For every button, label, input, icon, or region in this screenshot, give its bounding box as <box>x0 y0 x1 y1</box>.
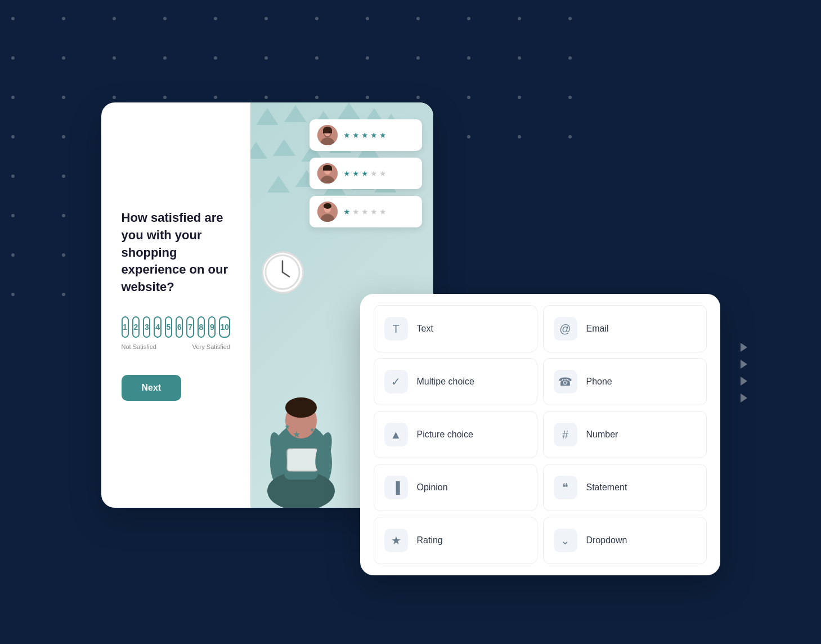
scale-label-right: Very Satisfied <box>192 343 230 350</box>
scale-btn-7[interactable]: 7 <box>186 316 194 338</box>
picture-choice-label: Picture choice <box>417 430 474 440</box>
question-types-card: TText@Email✓Multipe choice☎Phone▲Picture… <box>360 294 720 575</box>
email-label: Email <box>586 324 609 334</box>
scale-btn-9[interactable]: 9 <box>208 316 216 338</box>
svg-rect-39 <box>287 449 318 471</box>
stars-1: ★ ★ ★ ★ ★ <box>343 131 387 140</box>
svg-text:★: ★ <box>293 430 300 439</box>
avatar-1 <box>317 125 338 145</box>
text-label: Text <box>417 324 433 334</box>
statement-label: Statement <box>586 482 627 493</box>
rating-card-1: ★ ★ ★ ★ ★ <box>309 119 422 151</box>
svg-marker-3 <box>338 102 360 119</box>
dropdown-label: Dropdown <box>586 535 627 545</box>
picture-choice-icon: ▲ <box>384 423 408 446</box>
phone-icon: ☎ <box>554 370 577 393</box>
scale-btn-5[interactable]: 5 <box>165 316 172 338</box>
scale-btn-10[interactable]: 10 <box>219 316 230 338</box>
survey-form: How satisfied are you with your shopping… <box>101 102 251 508</box>
type-item-text[interactable]: TText <box>374 305 537 352</box>
svg-marker-0 <box>256 108 279 125</box>
svg-rect-26 <box>323 168 332 171</box>
svg-text:★: ★ <box>309 427 315 433</box>
text-icon: T <box>384 317 408 341</box>
svg-marker-5 <box>250 142 267 159</box>
dropdown-icon: ⌄ <box>554 529 577 552</box>
scale-numbers: 12345678910 <box>122 316 231 338</box>
arrow-4 <box>741 393 747 402</box>
rating-cards: ★ ★ ★ ★ ★ <box>309 119 422 227</box>
type-item-multiple-choice[interactable]: ✓Multipe choice <box>374 358 537 405</box>
stars-3: ★ ★ ★ ★ ★ <box>343 207 387 216</box>
arrow-3 <box>741 377 747 386</box>
arrow-indicators <box>741 343 747 402</box>
opinion-label: Opinion <box>417 482 448 493</box>
rating-card-2: ★ ★ ★ ★ ★ <box>309 158 422 189</box>
scale-btn-1[interactable]: 1 <box>122 316 129 338</box>
stars-2: ★ ★ ★ ★ ★ <box>343 169 387 178</box>
main-container: How satisfied are you with your shopping… <box>101 69 720 575</box>
type-item-email[interactable]: @Email <box>543 305 707 352</box>
statement-icon: ❝ <box>554 476 577 499</box>
avatar-2 <box>317 163 338 184</box>
svg-point-38 <box>285 397 317 418</box>
rating-label: Rating <box>417 535 443 545</box>
arrow-2 <box>741 360 747 369</box>
type-item-opinion[interactable]: ▐Opinion <box>374 464 537 511</box>
number-icon: # <box>554 423 577 446</box>
scale-btn-6[interactable]: 6 <box>176 316 183 338</box>
rating-icon: ★ <box>384 529 408 552</box>
type-item-number[interactable]: #Number <box>543 411 707 458</box>
svg-marker-1 <box>284 105 307 122</box>
email-icon: @ <box>554 317 577 341</box>
scale-btn-2[interactable]: 2 <box>132 316 140 338</box>
phone-label: Phone <box>586 377 612 387</box>
arrow-1 <box>741 343 747 352</box>
multiple-choice-label: Multipe choice <box>417 377 474 387</box>
scale-label-left: Not Satisfied <box>122 343 156 350</box>
scale-btn-4[interactable]: 4 <box>154 316 161 338</box>
svg-point-30 <box>324 203 331 209</box>
scale-btn-3[interactable]: 3 <box>143 316 150 338</box>
type-item-statement[interactable]: ❝Statement <box>543 464 707 511</box>
scale-container: 12345678910 Not Satisfied Very Satisfied <box>122 316 231 368</box>
svg-marker-6 <box>273 139 295 156</box>
type-item-picture-choice[interactable]: ▲Picture choice <box>374 411 537 458</box>
svg-text:★: ★ <box>284 423 290 431</box>
clock <box>262 252 304 294</box>
svg-rect-21 <box>323 130 332 133</box>
rating-card-3: ★ ★ ★ ★ ★ <box>309 196 422 227</box>
number-label: Number <box>586 430 618 440</box>
scale-labels: Not Satisfied Very Satisfied <box>122 343 231 350</box>
multiple-choice-icon: ✓ <box>384 370 408 393</box>
opinion-icon: ▐ <box>384 476 408 499</box>
scale-btn-8[interactable]: 8 <box>198 316 205 338</box>
survey-question: How satisfied are you with your shopping… <box>122 209 231 296</box>
next-button[interactable]: Next <box>122 375 182 401</box>
type-item-dropdown[interactable]: ⌄Dropdown <box>543 517 707 564</box>
type-item-phone[interactable]: ☎Phone <box>543 358 707 405</box>
svg-marker-11 <box>267 176 290 193</box>
avatar-3 <box>317 202 338 222</box>
person-illustration: ★ ★ ★ <box>253 339 349 508</box>
type-item-rating[interactable]: ★Rating <box>374 517 537 564</box>
